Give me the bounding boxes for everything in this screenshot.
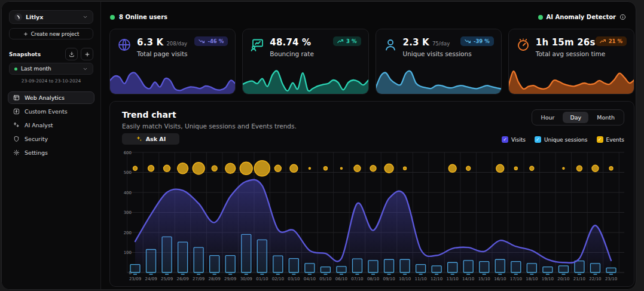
sidebar-menu-item-label: AI Analyst xyxy=(25,122,53,128)
bubble[interactable] xyxy=(240,162,252,174)
stat-value: 48.74 % xyxy=(270,37,311,48)
svg-text:07/10: 07/10 xyxy=(351,277,363,281)
presentation-chart-icon xyxy=(250,38,264,52)
stat-card: 6.3 K 208/day Total page visits -46 % xyxy=(109,29,236,94)
bubble[interactable] xyxy=(448,164,456,172)
sidebar-item-ai-analyst[interactable]: AI Analyst xyxy=(8,119,94,131)
svg-text:04/10: 04/10 xyxy=(304,277,316,281)
bubble[interactable] xyxy=(354,165,361,171)
svg-text:27/09: 27/09 xyxy=(193,277,205,281)
sidebar-item-custom-events[interactable]: Custom Events xyxy=(8,105,94,118)
legend-checkbox[interactable]: ✓ xyxy=(502,136,508,143)
bubble[interactable] xyxy=(225,163,236,173)
export-snapshot-button[interactable] xyxy=(65,48,78,60)
svg-text:02/10: 02/10 xyxy=(272,277,284,281)
bubble[interactable] xyxy=(609,167,613,170)
add-snapshot-button[interactable] xyxy=(81,48,93,60)
sidebar-item-web-analytics[interactable]: Web Analytics xyxy=(8,91,94,104)
legend-item-unique-sessions[interactable]: ✓ Unique sessions xyxy=(535,136,588,143)
svg-text:25/09: 25/09 xyxy=(161,277,173,281)
svg-text:23/10: 23/10 xyxy=(605,277,617,281)
sidebar-item-settings[interactable]: Settings xyxy=(8,146,94,159)
bubble[interactable] xyxy=(340,167,342,169)
bubble[interactable] xyxy=(212,166,217,171)
bubble[interactable] xyxy=(254,161,270,176)
legend-item-events[interactable]: ✓ Events xyxy=(597,136,624,143)
bubble[interactable] xyxy=(514,167,517,170)
trend-badge: 3 % xyxy=(333,36,361,46)
bubble[interactable] xyxy=(563,167,564,169)
bubble[interactable] xyxy=(384,164,393,173)
svg-text:21/10: 21/10 xyxy=(573,277,585,281)
bubble[interactable] xyxy=(178,163,188,174)
trend-down-icon xyxy=(199,39,205,44)
bubble[interactable] xyxy=(530,166,534,170)
svg-text:22/10: 22/10 xyxy=(589,277,601,281)
bubble[interactable] xyxy=(576,166,582,171)
svg-text:10/10: 10/10 xyxy=(399,277,411,281)
snapshot-period-select[interactable]: Last month xyxy=(9,63,93,75)
stat-rate: 75/day xyxy=(432,41,450,47)
bubble[interactable] xyxy=(133,166,138,170)
project-name: Litlyx xyxy=(26,14,79,20)
ai-sparkle-icon xyxy=(136,136,142,142)
trend-down-icon xyxy=(465,39,471,44)
chevron-down-icon xyxy=(83,66,88,72)
create-project-label: Create new project xyxy=(31,31,80,37)
svg-text:13/10: 13/10 xyxy=(447,277,459,281)
stat-label: Bouncing rate xyxy=(270,50,314,57)
sidebar-menu-item-label: Web Analytics xyxy=(25,94,65,101)
bubble[interactable] xyxy=(290,164,298,172)
bubble[interactable] xyxy=(404,167,407,170)
project-selector[interactable]: Litlyx xyxy=(9,10,93,24)
trend-chart[interactable]: 010020030040050060023/0924/0925/0926/092… xyxy=(118,151,627,283)
bubble[interactable] xyxy=(370,166,376,171)
svg-text:23/09: 23/09 xyxy=(129,277,141,281)
trend-badge: -39 % xyxy=(460,36,494,46)
bubble[interactable] xyxy=(274,165,281,171)
legend-checkbox[interactable]: ✓ xyxy=(535,136,541,143)
bubble[interactable] xyxy=(323,167,327,170)
online-users-indicator: 8 Online users xyxy=(110,14,167,20)
litlyx-logo-icon xyxy=(14,13,22,21)
sidebar-item-security[interactable]: Security xyxy=(8,133,94,145)
bubble[interactable] xyxy=(193,163,205,174)
bubble[interactable] xyxy=(496,164,504,172)
sidebar-menu: Web Analytics Custom Events AI Analyst S… xyxy=(8,91,94,160)
legend-checkbox[interactable]: ✓ xyxy=(597,136,603,143)
user-icon xyxy=(383,38,398,52)
tab-day[interactable]: Day xyxy=(563,112,588,123)
card-sparkline xyxy=(109,67,236,94)
snapshot-selected: Last month xyxy=(21,66,79,72)
app-window: Litlyx Create new project Snapshots Last… xyxy=(1,1,636,290)
download-icon xyxy=(69,51,75,57)
create-project-button[interactable]: Create new project xyxy=(9,28,93,39)
ask-ai-button[interactable]: Ask AI xyxy=(122,133,179,145)
bubble[interactable] xyxy=(164,165,170,171)
legend-item-visits[interactable]: ✓ Visits xyxy=(502,136,526,143)
panel-title: Trend chart xyxy=(122,110,176,120)
card-sparkline xyxy=(376,67,502,94)
tab-hour[interactable]: Hour xyxy=(534,112,562,123)
range-tabs: Hour Day Month xyxy=(532,109,624,125)
snapshots-label: Snapshots xyxy=(9,51,62,57)
stat-cards-row: 6.3 K 208/day Total page visits -46 % 48… xyxy=(109,29,634,94)
bubble[interactable] xyxy=(309,167,310,169)
svg-text:15/10: 15/10 xyxy=(478,277,490,281)
trend-badge-value: -46 % xyxy=(207,38,224,44)
svg-text:24/09: 24/09 xyxy=(145,277,157,281)
trend-up-icon xyxy=(600,39,606,44)
bubble[interactable] xyxy=(592,165,599,171)
svg-text:500: 500 xyxy=(124,170,132,175)
custom-events-icon xyxy=(13,108,20,115)
stat-label: Total avg session time xyxy=(536,50,605,57)
info-icon[interactable] xyxy=(619,14,626,20)
bubble[interactable] xyxy=(148,166,154,171)
stat-value: 1h 15m 26s xyxy=(536,37,596,48)
bubble[interactable] xyxy=(466,166,471,170)
stat-label: Total page visits xyxy=(137,50,188,57)
panel-subtitle: Easily match Visits, Unique sessions and… xyxy=(122,122,297,130)
stat-value: 2.3 K xyxy=(403,37,429,48)
chevron-down-icon xyxy=(83,14,88,20)
tab-month[interactable]: Month xyxy=(590,112,622,123)
